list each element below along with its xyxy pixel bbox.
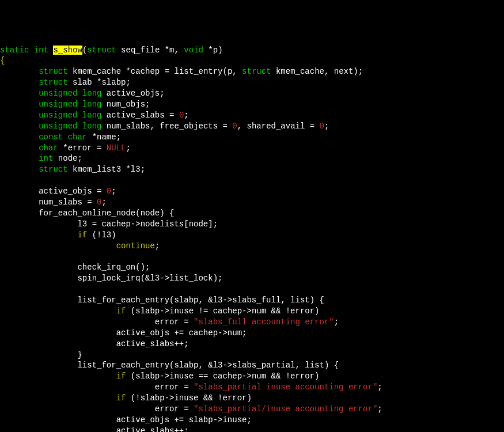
inc-active-objs-inuse: active_objs += slabp->inuse;: [116, 415, 252, 425]
kw-int: int: [39, 154, 53, 163]
assign-num-slabs: num_slabs =: [39, 198, 92, 207]
if-inuse-neq: (slabp->inuse != cachep->num && !error): [131, 306, 320, 316]
kw-unsigned: unsigned: [39, 111, 77, 120]
decl-node: node;: [58, 154, 82, 163]
decl-cachep: kmem_cache *cachep =: [73, 67, 169, 76]
kw-long: long: [82, 100, 102, 109]
kw-char: char: [68, 132, 88, 142]
if-inuse-eq: (slabp->inuse == cachep->num && !error): [131, 372, 320, 381]
error-assign: error =: [155, 404, 189, 414]
check-irq-on: check_irq_on();: [77, 263, 150, 272]
semicolon: ;: [101, 198, 106, 207]
kw-const: const: [39, 132, 63, 142]
kw-long: long: [82, 122, 102, 131]
semicolon: ;: [111, 187, 116, 196]
kw-int: int: [34, 46, 48, 55]
l3-assign: l3 = cachep->nodelists[node];: [77, 219, 218, 229]
kw-static: static: [0, 46, 29, 55]
list-entry-call: list_entry(p,: [174, 67, 237, 76]
kw-struct: struct: [242, 67, 271, 76]
kmem-cache-next: kmem_cache, next);: [276, 67, 363, 76]
kw-continue: continue: [116, 241, 155, 251]
kw-if: if: [116, 372, 126, 381]
kw-long: long: [82, 89, 102, 98]
decl-error: *error =: [63, 143, 101, 153]
literal-zero: 0: [107, 187, 111, 196]
brace-close: }: [77, 350, 82, 359]
literal-null: NULL: [107, 143, 126, 153]
string-slabs-partial-error: "slabs_partial/inuse accounting error": [194, 404, 377, 414]
kw-if: if: [116, 393, 126, 403]
error-assign: error =: [155, 317, 189, 327]
decl-name: *name;: [92, 132, 121, 142]
decl-active-objs: active_objs;: [107, 89, 165, 98]
kw-struct: struct: [39, 78, 67, 87]
kw-unsigned: unsigned: [39, 122, 77, 131]
if-not-l3: (!l3): [92, 230, 116, 240]
decl-num-objs: num_objs;: [107, 100, 150, 109]
kw-struct: struct: [39, 165, 67, 174]
decl-num-slabs: num_slabs, free_objects =: [107, 122, 228, 131]
list-for-each-entry-partial: list_for_each_entry(slabp, &l3->slabs_pa…: [77, 361, 339, 370]
spin-lock-irq: spin_lock_irq(&l3->list_lock);: [77, 274, 222, 283]
string-slabs-partial-inuse-error: "slabs_partial inuse accounting error": [194, 382, 377, 392]
kw-struct: struct: [87, 46, 116, 55]
if-not-inuse: (!slabp->inuse && !error): [131, 393, 252, 403]
param2: *p: [208, 46, 218, 55]
kw-void: void: [184, 46, 203, 55]
kw-char: char: [39, 143, 58, 153]
decl-shared-avail: , shared_avail =: [237, 122, 314, 131]
code-block: static int s_show(struct seq_file *m, vo…: [0, 45, 504, 432]
kw-unsigned: unsigned: [39, 89, 77, 98]
kw-if: if: [77, 230, 87, 240]
kw-struct: struct: [39, 67, 67, 76]
for-each-online-node: for_each_online_node(node) {: [39, 209, 174, 218]
string-slabs-full-error: "slabs_full accounting error": [194, 317, 334, 327]
decl-active-slabs: active_slabs =: [107, 111, 175, 120]
kw-unsigned: unsigned: [39, 100, 77, 109]
literal-zero: 0: [179, 111, 184, 120]
decl-slab: slab *slabp;: [73, 78, 131, 87]
list-for-each-entry-full: list_for_each_entry(slabp, &l3->slabs_fu…: [77, 295, 324, 305]
literal-zero: 0: [320, 122, 324, 131]
function-name-highlight: s_show: [53, 46, 82, 55]
literal-zero: 0: [232, 122, 237, 131]
error-assign: error =: [155, 382, 189, 392]
inc-active-slabs: active_slabs++;: [116, 426, 189, 432]
assign-active-objs: active_objs =: [39, 187, 101, 196]
brace-open: {: [0, 56, 5, 65]
kw-long: long: [82, 111, 102, 120]
inc-active-slabs: active_slabs++;: [116, 339, 189, 348]
param1: seq_file *m: [121, 46, 174, 55]
kw-if: if: [116, 306, 126, 316]
inc-active-objs-num: active_objs += cachep->num;: [116, 328, 247, 338]
decl-l3: kmem_list3 *l3;: [73, 165, 145, 174]
